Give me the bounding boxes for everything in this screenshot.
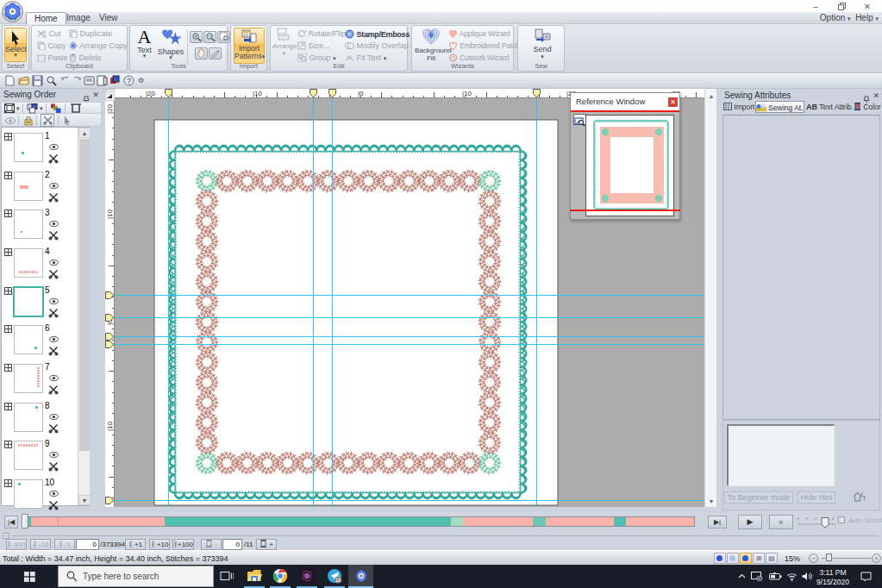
svg-text:ab: ab [347,54,353,59]
svg-text:?: ? [127,77,131,85]
svg-text:19: 19 [335,578,341,583]
